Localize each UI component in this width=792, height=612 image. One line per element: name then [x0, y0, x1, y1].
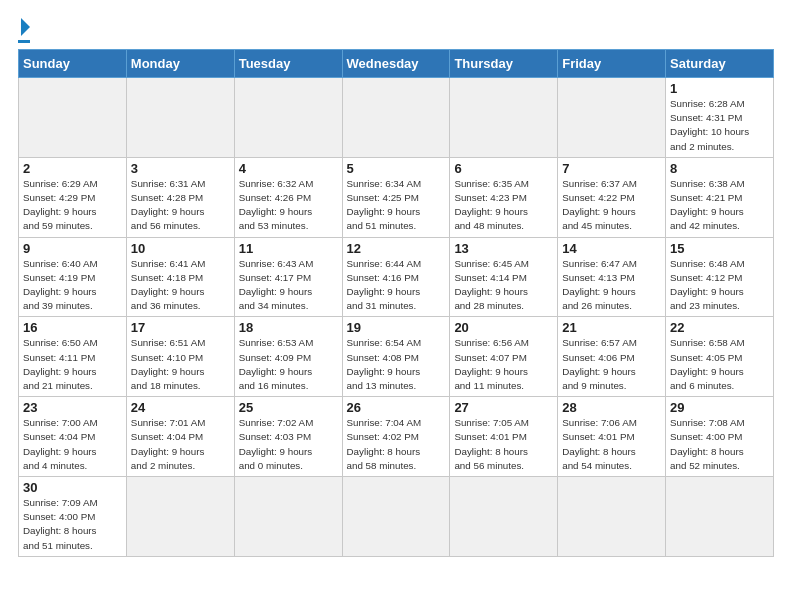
- cell-day-number: 4: [239, 161, 338, 176]
- calendar-cell: 23Sunrise: 7:00 AM Sunset: 4:04 PM Dayli…: [19, 397, 127, 477]
- cell-day-number: 27: [454, 400, 553, 415]
- cell-info: Sunrise: 6:58 AM Sunset: 4:05 PM Dayligh…: [670, 336, 769, 393]
- calendar-cell: 8Sunrise: 6:38 AM Sunset: 4:21 PM Daylig…: [666, 157, 774, 237]
- calendar-cell: 12Sunrise: 6:44 AM Sunset: 4:16 PM Dayli…: [342, 237, 450, 317]
- cell-day-number: 14: [562, 241, 661, 256]
- calendar-cell: 2Sunrise: 6:29 AM Sunset: 4:29 PM Daylig…: [19, 157, 127, 237]
- cell-day-number: 12: [347, 241, 446, 256]
- calendar-cell: [234, 78, 342, 158]
- cell-info: Sunrise: 6:43 AM Sunset: 4:17 PM Dayligh…: [239, 257, 338, 314]
- calendar-cell: 14Sunrise: 6:47 AM Sunset: 4:13 PM Dayli…: [558, 237, 666, 317]
- cell-day-number: 11: [239, 241, 338, 256]
- cell-info: Sunrise: 6:28 AM Sunset: 4:31 PM Dayligh…: [670, 97, 769, 154]
- cell-day-number: 30: [23, 480, 122, 495]
- cell-info: Sunrise: 7:01 AM Sunset: 4:04 PM Dayligh…: [131, 416, 230, 473]
- cell-day-number: 7: [562, 161, 661, 176]
- cell-day-number: 26: [347, 400, 446, 415]
- calendar-cell: [126, 78, 234, 158]
- calendar-cell: 20Sunrise: 6:56 AM Sunset: 4:07 PM Dayli…: [450, 317, 558, 397]
- cell-info: Sunrise: 6:47 AM Sunset: 4:13 PM Dayligh…: [562, 257, 661, 314]
- cell-day-number: 18: [239, 320, 338, 335]
- calendar-row-4: 23Sunrise: 7:00 AM Sunset: 4:04 PM Dayli…: [19, 397, 774, 477]
- weekday-header-monday: Monday: [126, 50, 234, 78]
- calendar-cell: [126, 477, 234, 557]
- calendar-cell: 28Sunrise: 7:06 AM Sunset: 4:01 PM Dayli…: [558, 397, 666, 477]
- page: SundayMondayTuesdayWednesdayThursdayFrid…: [0, 0, 792, 567]
- weekday-header-friday: Friday: [558, 50, 666, 78]
- weekday-header-wednesday: Wednesday: [342, 50, 450, 78]
- calendar-cell: 3Sunrise: 6:31 AM Sunset: 4:28 PM Daylig…: [126, 157, 234, 237]
- cell-day-number: 23: [23, 400, 122, 415]
- calendar-row-5: 30Sunrise: 7:09 AM Sunset: 4:00 PM Dayli…: [19, 477, 774, 557]
- cell-day-number: 13: [454, 241, 553, 256]
- calendar-cell: 13Sunrise: 6:45 AM Sunset: 4:14 PM Dayli…: [450, 237, 558, 317]
- calendar-row-2: 9Sunrise: 6:40 AM Sunset: 4:19 PM Daylig…: [19, 237, 774, 317]
- cell-info: Sunrise: 6:45 AM Sunset: 4:14 PM Dayligh…: [454, 257, 553, 314]
- cell-info: Sunrise: 7:00 AM Sunset: 4:04 PM Dayligh…: [23, 416, 122, 473]
- calendar-cell: 19Sunrise: 6:54 AM Sunset: 4:08 PM Dayli…: [342, 317, 450, 397]
- cell-day-number: 9: [23, 241, 122, 256]
- calendar-cell: [342, 78, 450, 158]
- cell-info: Sunrise: 6:35 AM Sunset: 4:23 PM Dayligh…: [454, 177, 553, 234]
- cell-info: Sunrise: 7:08 AM Sunset: 4:00 PM Dayligh…: [670, 416, 769, 473]
- cell-info: Sunrise: 6:57 AM Sunset: 4:06 PM Dayligh…: [562, 336, 661, 393]
- calendar-cell: 4Sunrise: 6:32 AM Sunset: 4:26 PM Daylig…: [234, 157, 342, 237]
- cell-day-number: 24: [131, 400, 230, 415]
- cell-info: Sunrise: 7:05 AM Sunset: 4:01 PM Dayligh…: [454, 416, 553, 473]
- cell-day-number: 29: [670, 400, 769, 415]
- cell-info: Sunrise: 6:56 AM Sunset: 4:07 PM Dayligh…: [454, 336, 553, 393]
- cell-day-number: 21: [562, 320, 661, 335]
- cell-info: Sunrise: 7:02 AM Sunset: 4:03 PM Dayligh…: [239, 416, 338, 473]
- weekday-header-sunday: Sunday: [19, 50, 127, 78]
- calendar-cell: 30Sunrise: 7:09 AM Sunset: 4:00 PM Dayli…: [19, 477, 127, 557]
- calendar-cell: [234, 477, 342, 557]
- calendar-row-3: 16Sunrise: 6:50 AM Sunset: 4:11 PM Dayli…: [19, 317, 774, 397]
- calendar-cell: 6Sunrise: 6:35 AM Sunset: 4:23 PM Daylig…: [450, 157, 558, 237]
- logo: [18, 18, 30, 43]
- calendar-cell: 29Sunrise: 7:08 AM Sunset: 4:00 PM Dayli…: [666, 397, 774, 477]
- cell-info: Sunrise: 6:54 AM Sunset: 4:08 PM Dayligh…: [347, 336, 446, 393]
- logo-triangle-icon: [21, 18, 30, 36]
- calendar-row-1: 2Sunrise: 6:29 AM Sunset: 4:29 PM Daylig…: [19, 157, 774, 237]
- cell-day-number: 16: [23, 320, 122, 335]
- calendar-cell: [450, 477, 558, 557]
- weekday-header-thursday: Thursday: [450, 50, 558, 78]
- calendar-cell: 16Sunrise: 6:50 AM Sunset: 4:11 PM Dayli…: [19, 317, 127, 397]
- cell-info: Sunrise: 7:09 AM Sunset: 4:00 PM Dayligh…: [23, 496, 122, 553]
- cell-info: Sunrise: 6:44 AM Sunset: 4:16 PM Dayligh…: [347, 257, 446, 314]
- cell-day-number: 15: [670, 241, 769, 256]
- calendar-cell: 26Sunrise: 7:04 AM Sunset: 4:02 PM Dayli…: [342, 397, 450, 477]
- cell-day-number: 19: [347, 320, 446, 335]
- calendar-cell: 25Sunrise: 7:02 AM Sunset: 4:03 PM Dayli…: [234, 397, 342, 477]
- cell-info: Sunrise: 6:53 AM Sunset: 4:09 PM Dayligh…: [239, 336, 338, 393]
- calendar-cell: 7Sunrise: 6:37 AM Sunset: 4:22 PM Daylig…: [558, 157, 666, 237]
- cell-day-number: 5: [347, 161, 446, 176]
- calendar-cell: 11Sunrise: 6:43 AM Sunset: 4:17 PM Dayli…: [234, 237, 342, 317]
- cell-info: Sunrise: 6:41 AM Sunset: 4:18 PM Dayligh…: [131, 257, 230, 314]
- header: [18, 18, 774, 43]
- calendar-cell: 1Sunrise: 6:28 AM Sunset: 4:31 PM Daylig…: [666, 78, 774, 158]
- calendar-cell: [558, 477, 666, 557]
- calendar-cell: [342, 477, 450, 557]
- cell-day-number: 28: [562, 400, 661, 415]
- calendar-cell: 5Sunrise: 6:34 AM Sunset: 4:25 PM Daylig…: [342, 157, 450, 237]
- calendar-cell: 21Sunrise: 6:57 AM Sunset: 4:06 PM Dayli…: [558, 317, 666, 397]
- cell-day-number: 25: [239, 400, 338, 415]
- cell-info: Sunrise: 6:50 AM Sunset: 4:11 PM Dayligh…: [23, 336, 122, 393]
- cell-info: Sunrise: 6:37 AM Sunset: 4:22 PM Dayligh…: [562, 177, 661, 234]
- cell-day-number: 8: [670, 161, 769, 176]
- weekday-header-saturday: Saturday: [666, 50, 774, 78]
- calendar-cell: 9Sunrise: 6:40 AM Sunset: 4:19 PM Daylig…: [19, 237, 127, 317]
- cell-info: Sunrise: 7:04 AM Sunset: 4:02 PM Dayligh…: [347, 416, 446, 473]
- calendar-cell: [666, 477, 774, 557]
- cell-day-number: 20: [454, 320, 553, 335]
- cell-info: Sunrise: 6:48 AM Sunset: 4:12 PM Dayligh…: [670, 257, 769, 314]
- cell-day-number: 1: [670, 81, 769, 96]
- cell-day-number: 3: [131, 161, 230, 176]
- calendar-cell: 17Sunrise: 6:51 AM Sunset: 4:10 PM Dayli…: [126, 317, 234, 397]
- calendar-cell: 22Sunrise: 6:58 AM Sunset: 4:05 PM Dayli…: [666, 317, 774, 397]
- cell-info: Sunrise: 7:06 AM Sunset: 4:01 PM Dayligh…: [562, 416, 661, 473]
- cell-info: Sunrise: 6:29 AM Sunset: 4:29 PM Dayligh…: [23, 177, 122, 234]
- calendar-row-0: 1Sunrise: 6:28 AM Sunset: 4:31 PM Daylig…: [19, 78, 774, 158]
- calendar-cell: [450, 78, 558, 158]
